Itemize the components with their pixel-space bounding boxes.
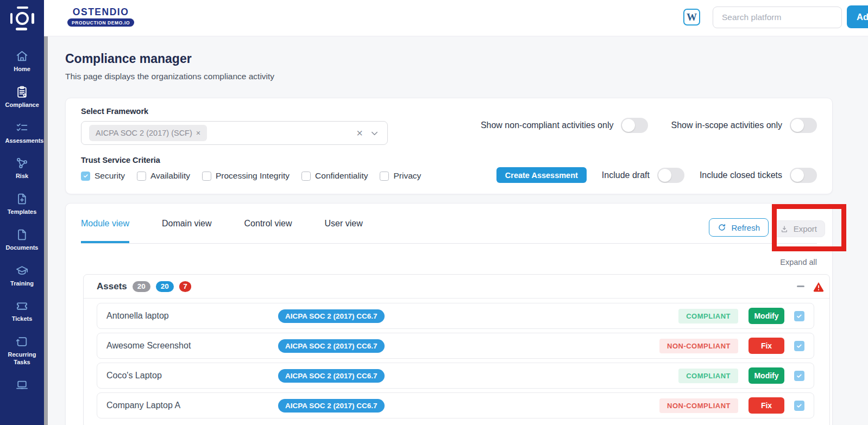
criteria-checkbox-label: Privacy — [393, 171, 421, 181]
create-assessment-button[interactable]: Create Assessment — [496, 167, 587, 183]
views-card: Module viewDomain viewControl viewUser v… — [65, 203, 833, 425]
select-clear-icon[interactable]: × — [356, 128, 363, 138]
in-scope-toggle-label: Show in-scope activities only — [671, 120, 782, 130]
add-button[interactable]: Ad — [847, 5, 868, 28]
closed-tickets-toggle[interactable] — [790, 168, 817, 183]
toggle-knob — [658, 169, 671, 182]
toggle-knob — [791, 119, 804, 132]
expand-all-link[interactable]: Expand all — [81, 258, 817, 267]
search-input[interactable] — [713, 7, 842, 28]
sidebar-item[interactable]: Recurring Tasks — [0, 335, 44, 366]
chip-remove-icon[interactable]: × — [196, 129, 200, 137]
action-button[interactable]: Fix — [749, 397, 784, 414]
view-tab[interactable]: Module view — [81, 204, 129, 243]
check-icon — [796, 342, 803, 350]
sidebar-item-label: Compliance — [5, 102, 39, 109]
closed-tickets-toggle-label: Include closed tickets — [700, 170, 782, 180]
refresh-icon — [718, 223, 726, 232]
criteria-label: Trust Service Criteria — [81, 156, 817, 164]
ticket-icon — [15, 299, 29, 313]
export-label: Export — [794, 224, 817, 233]
assets-group-title: Assets — [97, 281, 127, 292]
sidebar-item-label: Templates — [8, 208, 37, 216]
asset-row: Awesome Screenshot AICPA SOC 2 (2017) CC… — [97, 333, 814, 359]
w-extension-icon[interactable]: W — [683, 9, 700, 26]
main-content: Compliance manager This page displays th… — [48, 36, 868, 425]
sidebar-item[interactable]: Compliance — [0, 85, 44, 109]
criteria-item: Availability — [137, 171, 190, 181]
page-title: Compliance manager — [65, 52, 833, 66]
framework-chip-label: AICPA SOC 2 (2017) (SCF) — [96, 129, 192, 137]
export-button[interactable]: Export — [772, 220, 825, 237]
app-logo-mark[interactable] — [0, 0, 44, 36]
chevron-down-icon[interactable] — [369, 128, 380, 138]
sidebar-item-label: Home — [14, 66, 30, 73]
action-button[interactable]: Fix — [749, 338, 784, 354]
view-tab[interactable]: Control view — [244, 204, 292, 243]
sidebar-item[interactable]: Documents — [0, 228, 44, 252]
criteria-checkbox[interactable] — [301, 172, 311, 181]
sidebar-item[interactable]: Home — [0, 49, 44, 73]
row-checkbox[interactable] — [794, 401, 804, 411]
criteria-checkbox-label: Confidentiality — [315, 171, 368, 181]
count-badge: 20 — [156, 281, 174, 292]
criteria-item: Processing Integrity — [202, 171, 290, 181]
view-tab[interactable]: User view — [325, 204, 363, 243]
refresh-button[interactable]: Refresh — [709, 218, 769, 237]
file-plus-icon — [15, 192, 29, 206]
sidebar-item[interactable]: Tickets — [0, 299, 44, 323]
sidebar-nav: Home Compliance Assessments Risk Templat… — [0, 36, 44, 407]
ostendio-logo-icon — [10, 6, 35, 31]
sidebar-item[interactable]: Risk — [0, 156, 44, 180]
sidebar: Home Compliance Assessments Risk Templat… — [0, 0, 44, 425]
in-scope-toggle[interactable] — [790, 118, 817, 133]
sidebar-item-label: Training — [10, 280, 34, 288]
action-button[interactable]: Modify — [749, 308, 784, 324]
criteria-checkbox[interactable] — [81, 172, 90, 181]
view-tab[interactable]: Domain view — [162, 204, 212, 243]
include-draft-toggle[interactable] — [657, 168, 684, 183]
network-icon — [15, 156, 29, 170]
framework-select[interactable]: AICPA SOC 2 (2017) (SCF) × × — [81, 121, 388, 145]
checklist-icon — [15, 121, 29, 135]
status-badge: NON-COMPLIANT — [659, 339, 738, 353]
criteria-checkbox[interactable] — [137, 172, 146, 181]
criteria-checkbox[interactable] — [380, 172, 389, 181]
non-compliant-toggle-label: Show non-compliant activities only — [481, 120, 614, 130]
toggle-knob — [622, 119, 635, 132]
check-icon — [83, 173, 89, 179]
warning-triangle-icon — [812, 281, 825, 293]
sidebar-scrollbar[interactable] — [44, 36, 48, 425]
sidebar-item[interactable]: Assessments — [0, 121, 44, 145]
collapse-icon[interactable] — [797, 286, 804, 287]
count-badge: 20 — [133, 281, 150, 292]
asset-name: Antonella laptop — [106, 311, 278, 321]
scrollbar-thumb[interactable] — [44, 36, 48, 425]
repeat-icon — [15, 335, 29, 348]
include-draft-toggle-label: Include draft — [602, 170, 650, 180]
control-badge: AICPA SOC 2 (2017) CC6.7 — [278, 399, 385, 413]
laptop-icon — [15, 378, 29, 392]
sidebar-item-label: Assessments — [5, 137, 39, 145]
brand-logo: OSTENDIO PRODUCTION DEMO.IO — [67, 7, 134, 27]
assets-group: Assets 20207 Antonella laptop AICPA SOC … — [83, 274, 830, 425]
filter-card: Select Framework AICPA SOC 2 (2017) (SCF… — [65, 98, 833, 194]
row-checkbox[interactable] — [794, 371, 804, 381]
non-compliant-toggle[interactable] — [621, 118, 648, 133]
status-badge: COMPLIANT — [678, 369, 738, 383]
asset-name: Company Laptop A — [106, 401, 278, 410]
count-badge: 7 — [179, 281, 192, 292]
sidebar-item[interactable]: Templates — [0, 192, 44, 216]
criteria-item: Confidentiality — [301, 171, 368, 181]
sidebar-item[interactable]: Training — [0, 264, 44, 288]
framework-chip: AICPA SOC 2 (2017) (SCF) × — [89, 125, 207, 141]
criteria-checkbox-label: Processing Integrity — [216, 171, 290, 181]
row-checkbox[interactable] — [794, 311, 804, 321]
clipboard-icon — [15, 85, 29, 99]
sidebar-item[interactable] — [0, 378, 44, 395]
asset-row: Coco's Laptop AICPA SOC 2 (2017) CC6.7 C… — [97, 363, 814, 389]
criteria-checkbox[interactable] — [202, 172, 211, 181]
row-checkbox[interactable] — [794, 341, 804, 351]
graduation-cap-icon — [15, 264, 29, 277]
action-button[interactable]: Modify — [749, 367, 784, 384]
